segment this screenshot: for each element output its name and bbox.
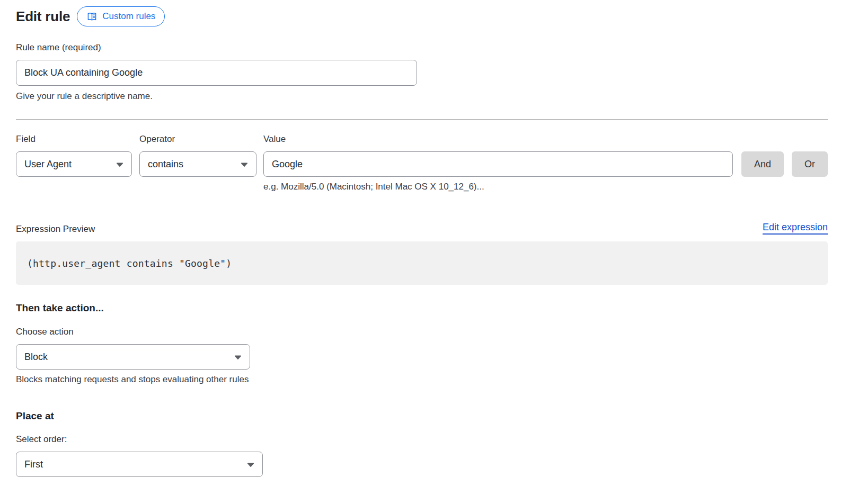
expression-preview-box: (http.user_agent contains "Google") [16, 241, 828, 285]
expression-code: (http.user_agent contains "Google") [27, 258, 232, 269]
book-icon [86, 11, 98, 22]
rule-name-section: Rule name (required) Give your rule a de… [16, 42, 828, 102]
page-title: Edit rule [16, 8, 70, 25]
field-label: Field [16, 134, 132, 145]
action-select-value: Block [24, 352, 48, 363]
placement-section: Place at Select order: First [16, 410, 828, 477]
custom-rules-button-label: Custom rules [102, 11, 155, 22]
operator-column: Operator contains [139, 134, 256, 177]
expression-preview-label: Expression Preview [16, 224, 95, 235]
and-button[interactable]: And [741, 151, 784, 177]
operator-select[interactable]: contains [139, 151, 256, 177]
action-section: Then take action... Choose action Block … [16, 302, 828, 385]
expression-preview-header: Expression Preview Edit expression [16, 222, 828, 235]
place-at-heading: Place at [16, 410, 828, 422]
value-label: Value [263, 134, 733, 145]
rule-name-input[interactable] [16, 60, 417, 86]
action-heading: Then take action... [16, 302, 828, 314]
choose-action-label: Choose action [16, 327, 828, 337]
section-divider [16, 119, 828, 120]
rule-name-label: Rule name (required) [16, 42, 828, 53]
field-select-value: User Agent [24, 159, 72, 170]
chevron-down-icon [241, 159, 248, 170]
operator-label: Operator [139, 134, 256, 145]
operator-select-value: contains [148, 159, 183, 170]
action-select[interactable]: Block [16, 344, 250, 370]
edit-rule-page: Edit rule Custom rules Rule name (requir… [0, 0, 841, 477]
chevron-down-icon [234, 352, 242, 363]
chevron-down-icon [116, 159, 123, 170]
value-column: Value e.g. Mozilla/5.0 (Macintosh; Intel… [263, 134, 733, 192]
value-input[interactable] [263, 151, 733, 177]
rule-name-helper: Give your rule a descriptive name. [16, 91, 828, 102]
chevron-down-icon [247, 459, 254, 470]
field-select[interactable]: User Agent [16, 151, 132, 177]
select-order-label: Select order: [16, 434, 828, 445]
or-button[interactable]: Or [792, 151, 828, 177]
order-select[interactable]: First [16, 452, 263, 477]
expression-builder-row: Field User Agent Operator contains Value… [16, 134, 828, 192]
page-header: Edit rule Custom rules [16, 6, 828, 26]
order-select-value: First [24, 459, 43, 470]
custom-rules-button[interactable]: Custom rules [77, 6, 165, 26]
conjunction-buttons: And Or [741, 134, 828, 177]
field-column: Field User Agent [16, 134, 132, 177]
edit-expression-link[interactable]: Edit expression [763, 222, 828, 235]
action-helper: Blocks matching requests and stops evalu… [16, 374, 828, 385]
value-helper: e.g. Mozilla/5.0 (Macintosh; Intel Mac O… [263, 182, 733, 192]
